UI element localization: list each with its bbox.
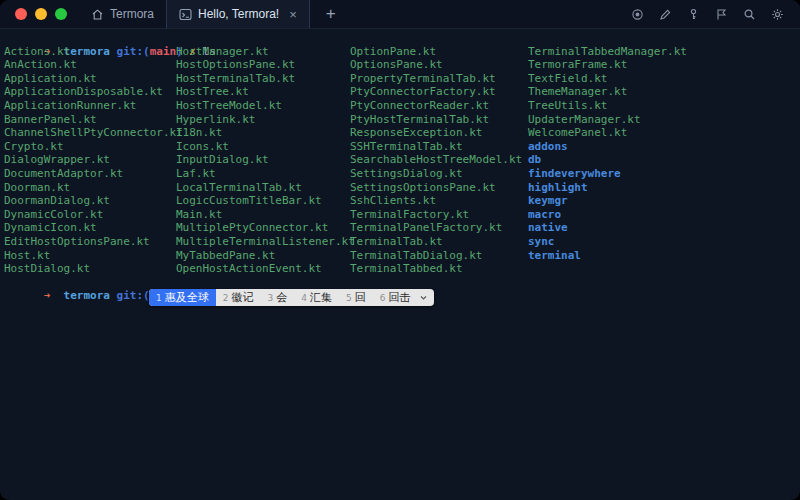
directory-entry: sync [528, 235, 687, 249]
file-entry: Crypto.kt [4, 140, 176, 154]
termora-window: Termora Hello, Termora! × + [0, 0, 800, 500]
file-entry: TreeUtils.kt [528, 99, 687, 113]
file-entry: ChannelShellPtyConnector.kt [4, 126, 176, 140]
file-entry: ApplicationDisposable.kt [4, 85, 176, 99]
directory-entry: highlight [528, 181, 687, 195]
tab-label: Termora [110, 7, 154, 21]
file-entry: MultipleTerminalListener.kt [176, 235, 350, 249]
file-entry: SettingsDialog.kt [350, 167, 528, 181]
file-entry: DocumentAdaptor.kt [4, 167, 176, 181]
ime-candidate-text: 会 [276, 290, 287, 305]
terminal-icon [179, 8, 192, 21]
directory-entry: native [528, 221, 687, 235]
file-entry: DoormanDialog.kt [4, 194, 176, 208]
git-prefix: git:( [117, 289, 150, 302]
flag-icon[interactable] [715, 8, 728, 21]
close-window-button[interactable] [15, 8, 27, 20]
chevron-down-icon[interactable] [417, 293, 434, 302]
file-entry: UpdaterManager.kt [528, 113, 687, 127]
file-entry: ResponseException.kt [350, 126, 528, 140]
file-entry: OptionsPane.kt [350, 58, 528, 72]
file-column-4: TerminalTabbedManager.ktTermoraFrame.ktT… [528, 45, 687, 263]
file-entry: DynamicColor.kt [4, 208, 176, 222]
settings-icon[interactable] [771, 8, 784, 21]
ime-candidate-text: 回击 [388, 290, 410, 305]
new-tab-button[interactable]: + [320, 0, 342, 28]
directory-entry: macro [528, 208, 687, 222]
file-entry: PtyConnectorReader.kt [350, 99, 528, 113]
file-entry: BannerPanel.kt [4, 113, 176, 127]
tab-termora-home[interactable]: Termora [79, 0, 166, 28]
file-column-2: HostManager.ktHostOptionsPane.ktHostTerm… [176, 45, 350, 276]
ime-candidate[interactable]: 4汇集 [294, 289, 339, 306]
ime-candidate[interactable]: 5回 [339, 289, 373, 306]
macro-record-icon[interactable] [631, 8, 644, 21]
file-entry: OptionPane.kt [350, 45, 528, 59]
search-icon[interactable] [743, 8, 756, 21]
tab-label: Hello, Termora! [198, 7, 279, 21]
file-entry: PtyConnectorFactory.kt [350, 85, 528, 99]
file-entry: Host.kt [4, 249, 176, 263]
ime-candidate[interactable]: 2徽记 [216, 289, 261, 306]
file-entry: HostTreeModel.kt [176, 99, 350, 113]
tabbar-spacer [342, 0, 631, 28]
file-entry: TerminalTabDialog.kt [350, 249, 528, 263]
ime-candidate-window: 1惠及全球2徽记3会4汇集5回6回击 [149, 289, 434, 306]
file-entry: TerminalTabbed.kt [350, 262, 528, 276]
file-entry: SettingsOptionsPane.kt [350, 181, 528, 195]
traffic-lights [0, 0, 79, 28]
ime-candidate-text: 徽记 [231, 290, 253, 305]
directory-entry: findeverywhere [528, 167, 687, 181]
prompt-arrow: ➜ [44, 289, 51, 302]
tab-hello-termora[interactable]: Hello, Termora! × [166, 0, 310, 28]
file-entry: ApplicationRunner.kt [4, 99, 176, 113]
file-entry: InputDialog.kt [176, 153, 350, 167]
file-entry: Laf.kt [176, 167, 350, 181]
file-entry: ThemeManager.kt [528, 85, 687, 99]
file-entry: EditHostOptionsPane.kt [4, 235, 176, 249]
ime-candidate-index: 1 [156, 293, 162, 303]
toolbar [631, 0, 800, 28]
file-entry: TermoraFrame.kt [528, 58, 687, 72]
minimize-window-button[interactable] [35, 8, 47, 20]
file-entry: LocalTerminalTab.kt [176, 181, 350, 195]
key-manager-icon[interactable] [687, 8, 700, 21]
prompt-host: termora [64, 289, 110, 302]
ime-candidate-text: 惠及全球 [165, 290, 209, 305]
edit-icon[interactable] [659, 8, 672, 21]
file-entry: PtyHostTerminalTab.kt [350, 113, 528, 127]
file-entry: LogicCustomTitleBar.kt [176, 194, 350, 208]
file-entry: TextField.kt [528, 72, 687, 86]
terminal-screen[interactable]: ➜termoragit:(main)✗ls Actions.ktAnAction… [0, 29, 800, 500]
directory-entry: keymgr [528, 194, 687, 208]
file-entry: Hyperlink.kt [176, 113, 350, 127]
ime-candidate-index: 4 [301, 293, 307, 303]
file-entry: HostOptionsPane.kt [176, 58, 350, 72]
ime-candidate-index: 3 [267, 293, 273, 303]
file-entry: TerminalTab.kt [350, 235, 528, 249]
ime-candidate[interactable]: 1惠及全球 [149, 289, 216, 306]
file-entry: MultiplePtyConnector.kt [176, 221, 350, 235]
file-entry: Application.kt [4, 72, 176, 86]
file-entry: OpenHostActionEvent.kt [176, 262, 350, 276]
file-entry: WelcomePanel.kt [528, 126, 687, 140]
file-entry: HostDialog.kt [4, 262, 176, 276]
ime-candidate[interactable]: 6回击 [373, 289, 418, 306]
file-entry: AnAction.kt [4, 58, 176, 72]
file-entry: DynamicIcon.kt [4, 221, 176, 235]
ime-candidate[interactable]: 3会 [260, 289, 294, 306]
zoom-window-button[interactable] [55, 8, 67, 20]
file-entry: Main.kt [176, 208, 350, 222]
close-tab-icon[interactable]: × [289, 8, 297, 21]
file-entry: DialogWrapper.kt [4, 153, 176, 167]
file-entry: MyTabbedPane.kt [176, 249, 350, 263]
file-column-1: Actions.ktAnAction.ktApplication.ktAppli… [4, 45, 176, 276]
directory-entry: db [528, 153, 687, 167]
file-entry: HostManager.kt [176, 45, 350, 59]
file-entry: Icons.kt [176, 140, 350, 154]
file-entry: SshClients.kt [350, 194, 528, 208]
prompt-line-1: ➜termoragit:(main)✗ls [4, 31, 800, 45]
prompt-line-2: ➜termoragit:(main)✗中文之美hui ji quan qiu [4, 276, 800, 290]
file-entry: TerminalPanelFactory.kt [350, 221, 528, 235]
file-entry: SearchableHostTreeModel.kt [350, 153, 528, 167]
